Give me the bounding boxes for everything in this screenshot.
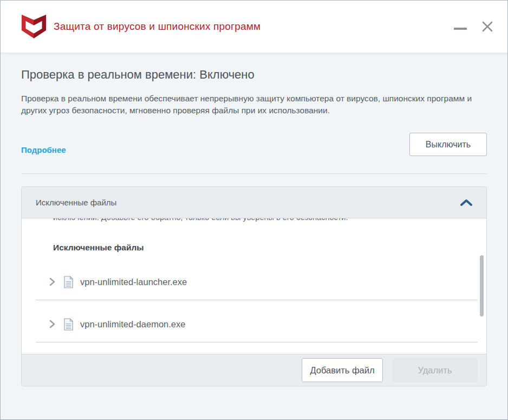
add-file-button[interactable]: Добавить файл xyxy=(302,358,383,382)
mcafee-window: Защита от вирусов и шпионских программ П… xyxy=(0,0,508,420)
details-link[interactable]: Подробнее xyxy=(21,145,66,154)
delete-button: Удалить xyxy=(393,358,477,382)
minimize-button[interactable] xyxy=(451,17,470,36)
expander-label: Исключенные файлы xyxy=(36,198,460,207)
excluded-files-panel: Исключенные файлы исключений. Добавьте е… xyxy=(21,186,487,386)
mcafee-logo-icon xyxy=(21,14,47,40)
panel-footer: Добавить файл Удалить xyxy=(22,354,486,386)
scrollbar-thumb[interactable] xyxy=(480,255,484,316)
file-icon xyxy=(63,276,74,288)
section-divider xyxy=(21,173,487,174)
action-row: Подробнее Выключить xyxy=(21,117,487,173)
chevron-right-icon xyxy=(49,319,56,329)
window-title: Защита от вирусов и шпионских программ xyxy=(54,21,260,33)
file-row-daemon[interactable]: vpn-unlimited-daemon.exe xyxy=(22,309,486,339)
file-row-launcher[interactable]: vpn-unlimited-launcher.exe xyxy=(22,267,486,297)
window-controls xyxy=(451,1,497,53)
titlebar: Защита от вирусов и шпионских программ xyxy=(1,1,507,53)
excluded-files-scroll-area: исключений. Добавьте его обратно, только… xyxy=(22,218,486,354)
row-divider xyxy=(36,300,478,300)
row-divider xyxy=(36,342,478,343)
file-name: vpn-unlimited-launcher.exe xyxy=(80,277,187,287)
file-name: vpn-unlimited-daemon.exe xyxy=(80,319,185,329)
main-content: Проверка в реальном времени: Включено Пр… xyxy=(1,68,507,386)
page-title: Проверка в реальном времени: Включено xyxy=(21,68,487,82)
turn-off-button[interactable]: Выключить xyxy=(409,133,487,156)
clipped-help-text: исключений. Добавьте его обратно, только… xyxy=(53,218,443,223)
close-icon xyxy=(481,20,494,33)
excluded-files-expander-header[interactable]: Исключенные файлы xyxy=(22,187,486,218)
close-button[interactable] xyxy=(478,17,497,36)
file-icon xyxy=(63,318,74,331)
chevron-right-icon xyxy=(49,277,56,287)
chevron-up-icon xyxy=(460,199,472,206)
minimize-icon xyxy=(454,28,467,30)
feature-description: Проверка в реальном времени обеспечивает… xyxy=(21,93,483,117)
excluded-files-list-title: Исключенные файлы xyxy=(53,243,486,253)
